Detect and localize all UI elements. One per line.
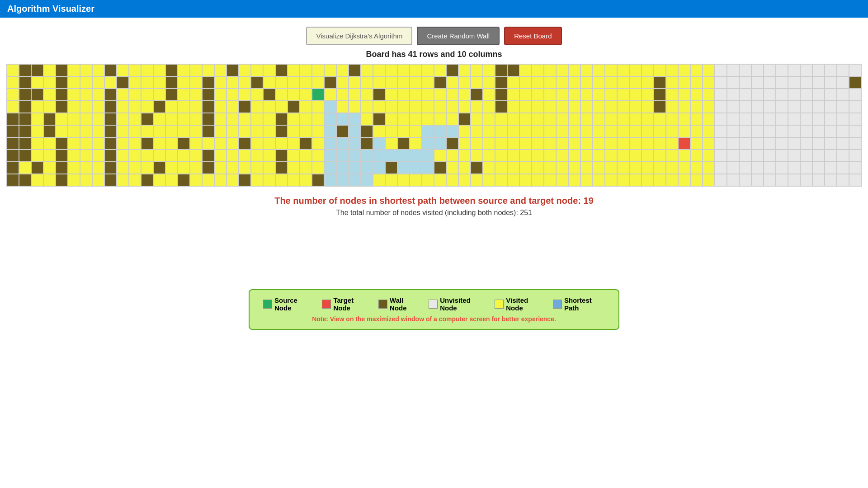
cell[interactable] xyxy=(434,150,446,162)
cell[interactable] xyxy=(629,137,642,150)
cell[interactable] xyxy=(92,64,104,76)
cell[interactable] xyxy=(825,125,837,137)
cell[interactable] xyxy=(519,64,532,76)
cell[interactable] xyxy=(483,150,495,162)
cell[interactable] xyxy=(544,101,556,113)
cell[interactable] xyxy=(532,150,544,162)
cell[interactable] xyxy=(153,76,165,89)
cell[interactable] xyxy=(410,76,422,89)
cell[interactable] xyxy=(507,162,519,174)
cell[interactable] xyxy=(263,150,275,162)
cell[interactable] xyxy=(117,174,129,186)
cell[interactable] xyxy=(288,101,300,113)
cell[interactable] xyxy=(324,174,336,186)
cell[interactable] xyxy=(190,137,202,150)
cell[interactable] xyxy=(788,162,800,174)
cell[interactable] xyxy=(361,125,373,137)
cell[interactable] xyxy=(178,76,190,89)
cell[interactable] xyxy=(507,137,519,150)
cell[interactable] xyxy=(385,137,397,150)
cell[interactable] xyxy=(434,125,446,137)
cell[interactable] xyxy=(68,113,80,125)
cell[interactable] xyxy=(19,101,31,113)
cell[interactable] xyxy=(165,125,178,137)
cell[interactable] xyxy=(300,174,312,186)
cell[interactable] xyxy=(31,162,43,174)
cell[interactable] xyxy=(532,125,544,137)
cell[interactable] xyxy=(678,76,690,89)
cell[interactable] xyxy=(495,150,507,162)
cell[interactable] xyxy=(642,113,654,125)
cell[interactable] xyxy=(666,76,678,89)
cell[interactable] xyxy=(43,137,56,150)
cell[interactable] xyxy=(617,64,629,76)
cell[interactable] xyxy=(446,76,458,89)
cell[interactable] xyxy=(825,64,837,76)
cell[interactable] xyxy=(617,137,629,150)
cell[interactable] xyxy=(532,89,544,101)
cell[interactable] xyxy=(397,137,410,150)
cell[interactable] xyxy=(715,174,727,186)
cell[interactable] xyxy=(703,76,715,89)
cell[interactable] xyxy=(104,64,117,76)
cell[interactable] xyxy=(263,125,275,137)
cell[interactable] xyxy=(751,89,764,101)
cell[interactable] xyxy=(678,64,690,76)
cell[interactable] xyxy=(373,64,385,76)
cell[interactable] xyxy=(739,162,751,174)
cell[interactable] xyxy=(92,125,104,137)
cell[interactable] xyxy=(239,137,251,150)
cell[interactable] xyxy=(849,89,861,101)
cell[interactable] xyxy=(605,64,617,76)
cell[interactable] xyxy=(239,89,251,101)
cell[interactable] xyxy=(190,174,202,186)
cell[interactable] xyxy=(458,137,471,150)
cell[interactable] xyxy=(263,113,275,125)
cell[interactable] xyxy=(56,125,68,137)
cell[interactable] xyxy=(642,76,654,89)
cell[interactable] xyxy=(568,125,580,137)
cell[interactable] xyxy=(605,113,617,125)
cell[interactable] xyxy=(751,101,764,113)
cell[interactable] xyxy=(568,101,580,113)
cell[interactable] xyxy=(275,137,288,150)
cell[interactable] xyxy=(434,89,446,101)
cell[interactable] xyxy=(43,150,56,162)
cell[interactable] xyxy=(800,101,812,113)
cell[interactable] xyxy=(471,89,483,101)
cell[interactable] xyxy=(666,162,678,174)
cell[interactable] xyxy=(202,89,214,101)
cell[interactable] xyxy=(776,137,788,150)
cell[interactable] xyxy=(812,113,825,125)
cell[interactable] xyxy=(239,174,251,186)
cell[interactable] xyxy=(410,125,422,137)
cell[interactable] xyxy=(739,113,751,125)
cell[interactable] xyxy=(556,101,568,113)
cell[interactable] xyxy=(226,150,239,162)
cell[interactable] xyxy=(642,174,654,186)
cell[interactable] xyxy=(849,162,861,174)
cell[interactable] xyxy=(336,101,349,113)
cell[interactable] xyxy=(129,150,141,162)
cell[interactable] xyxy=(43,89,56,101)
cell[interactable] xyxy=(580,125,593,137)
cell[interactable] xyxy=(800,125,812,137)
cell[interactable] xyxy=(703,137,715,150)
cell[interactable] xyxy=(349,76,361,89)
cell[interactable] xyxy=(165,137,178,150)
cell[interactable] xyxy=(361,89,373,101)
cell[interactable] xyxy=(544,125,556,137)
cell[interactable] xyxy=(788,137,800,150)
cell[interactable] xyxy=(568,174,580,186)
cell[interactable] xyxy=(239,162,251,174)
cell[interactable] xyxy=(654,125,666,137)
cell[interactable] xyxy=(56,89,68,101)
cell[interactable] xyxy=(556,76,568,89)
cell[interactable] xyxy=(410,174,422,186)
cell[interactable] xyxy=(397,89,410,101)
cell[interactable] xyxy=(483,101,495,113)
cell[interactable] xyxy=(56,76,68,89)
cell[interactable] xyxy=(751,125,764,137)
cell[interactable] xyxy=(80,137,92,150)
cell[interactable] xyxy=(605,76,617,89)
